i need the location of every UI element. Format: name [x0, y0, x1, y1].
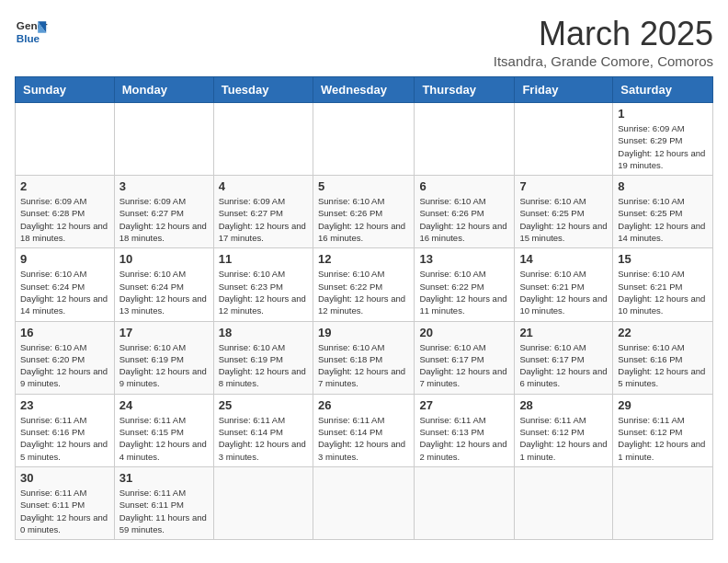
day-number: 15: [618, 252, 708, 266]
day-info: Sunrise: 6:10 AM Sunset: 6:17 PM Dayligh…: [519, 341, 608, 390]
day-info: Sunrise: 6:10 AM Sunset: 6:24 PM Dayligh…: [119, 268, 209, 316]
day-number: 4: [219, 179, 308, 193]
day-info: Sunrise: 6:11 AM Sunset: 6:14 PM Dayligh…: [318, 414, 409, 463]
calendar-week-row: 23Sunrise: 6:11 AM Sunset: 6:16 PM Dayli…: [16, 394, 713, 466]
day-number: 20: [419, 326, 509, 339]
calendar-cell: 10Sunrise: 6:10 AM Sunset: 6:24 PM Dayli…: [114, 248, 213, 321]
weekday-header: Sunday: [16, 77, 115, 103]
title-section: March 2025 Itsandra, Grande Comore, Como…: [494, 15, 713, 69]
calendar-cell: 7Sunrise: 6:10 AM Sunset: 6:25 PM Daylig…: [515, 176, 613, 248]
day-info: Sunrise: 6:10 AM Sunset: 6:16 PM Dayligh…: [618, 341, 708, 390]
calendar-cell: 20Sunrise: 6:10 AM Sunset: 6:17 PM Dayli…: [415, 321, 515, 394]
calendar-cell: [515, 466, 613, 539]
day-info: Sunrise: 6:11 AM Sunset: 6:11 PM Dayligh…: [20, 487, 109, 535]
day-number: 28: [519, 398, 608, 412]
day-info: Sunrise: 6:09 AM Sunset: 6:28 PM Dayligh…: [20, 195, 109, 244]
day-info: Sunrise: 6:10 AM Sunset: 6:21 PM Dayligh…: [519, 268, 608, 316]
day-number: 7: [519, 179, 608, 193]
weekday-header: Wednesday: [313, 77, 414, 103]
weekday-header: Friday: [515, 77, 613, 103]
calendar-cell: [16, 103, 115, 176]
day-info: Sunrise: 6:10 AM Sunset: 6:19 PM Dayligh…: [219, 341, 308, 390]
calendar-cell: [313, 466, 414, 539]
calendar-cell: 16Sunrise: 6:10 AM Sunset: 6:20 PM Dayli…: [16, 321, 115, 394]
day-info: Sunrise: 6:10 AM Sunset: 6:22 PM Dayligh…: [419, 268, 509, 316]
day-info: Sunrise: 6:09 AM Sunset: 6:27 PM Dayligh…: [219, 195, 308, 244]
calendar-week-row: 2Sunrise: 6:09 AM Sunset: 6:28 PM Daylig…: [16, 176, 713, 248]
day-info: Sunrise: 6:10 AM Sunset: 6:24 PM Dayligh…: [20, 268, 109, 316]
calendar-header-row: SundayMondayTuesdayWednesdayThursdayFrid…: [16, 77, 713, 103]
svg-text:Blue: Blue: [17, 32, 40, 44]
calendar-cell: 26Sunrise: 6:11 AM Sunset: 6:14 PM Dayli…: [313, 394, 414, 466]
day-number: 3: [119, 179, 209, 193]
day-info: Sunrise: 6:11 AM Sunset: 6:11 PM Dayligh…: [119, 487, 209, 535]
day-info: Sunrise: 6:10 AM Sunset: 6:26 PM Dayligh…: [318, 195, 409, 244]
calendar-cell: 17Sunrise: 6:10 AM Sunset: 6:19 PM Dayli…: [114, 321, 213, 394]
calendar-cell: 8Sunrise: 6:10 AM Sunset: 6:25 PM Daylig…: [613, 176, 713, 248]
weekday-header: Thursday: [415, 77, 515, 103]
day-number: 10: [119, 252, 209, 266]
day-number: 1: [618, 107, 708, 121]
day-info: Sunrise: 6:11 AM Sunset: 6:14 PM Dayligh…: [219, 414, 308, 463]
day-info: Sunrise: 6:10 AM Sunset: 6:18 PM Dayligh…: [318, 341, 409, 390]
day-number: 29: [618, 398, 708, 412]
month-title: March 2025: [494, 15, 713, 53]
calendar-cell: 14Sunrise: 6:10 AM Sunset: 6:21 PM Dayli…: [515, 248, 613, 321]
day-info: Sunrise: 6:10 AM Sunset: 6:26 PM Dayligh…: [419, 195, 509, 244]
calendar-cell: 31Sunrise: 6:11 AM Sunset: 6:11 PM Dayli…: [114, 466, 213, 539]
logo-icon: General Blue: [15, 15, 48, 48]
calendar-cell: [613, 466, 713, 539]
calendar-cell: 18Sunrise: 6:10 AM Sunset: 6:19 PM Dayli…: [213, 321, 313, 394]
weekday-header: Saturday: [613, 77, 713, 103]
calendar-week-row: 16Sunrise: 6:10 AM Sunset: 6:20 PM Dayli…: [16, 321, 713, 394]
day-info: Sunrise: 6:11 AM Sunset: 6:16 PM Dayligh…: [20, 414, 109, 463]
calendar-cell: 22Sunrise: 6:10 AM Sunset: 6:16 PM Dayli…: [613, 321, 713, 394]
day-number: 24: [119, 398, 209, 412]
calendar-cell: 30Sunrise: 6:11 AM Sunset: 6:11 PM Dayli…: [16, 466, 115, 539]
calendar-cell: [515, 103, 613, 176]
page-header: General Blue March 2025 Itsandra, Grande…: [15, 15, 713, 69]
day-number: 2: [20, 179, 109, 193]
calendar-cell: 27Sunrise: 6:11 AM Sunset: 6:13 PM Dayli…: [415, 394, 515, 466]
calendar-cell: 6Sunrise: 6:10 AM Sunset: 6:26 PM Daylig…: [415, 176, 515, 248]
day-number: 13: [419, 252, 509, 266]
calendar-table: SundayMondayTuesdayWednesdayThursdayFrid…: [15, 76, 713, 540]
day-number: 31: [119, 471, 209, 485]
day-number: 9: [20, 252, 109, 266]
calendar-cell: 3Sunrise: 6:09 AM Sunset: 6:27 PM Daylig…: [114, 176, 213, 248]
calendar-cell: 29Sunrise: 6:11 AM Sunset: 6:12 PM Dayli…: [613, 394, 713, 466]
calendar-week-row: 30Sunrise: 6:11 AM Sunset: 6:11 PM Dayli…: [16, 466, 713, 539]
calendar-cell: 4Sunrise: 6:09 AM Sunset: 6:27 PM Daylig…: [213, 176, 313, 248]
calendar-cell: 13Sunrise: 6:10 AM Sunset: 6:22 PM Dayli…: [415, 248, 515, 321]
calendar-cell: 24Sunrise: 6:11 AM Sunset: 6:15 PM Dayli…: [114, 394, 213, 466]
calendar-cell: 9Sunrise: 6:10 AM Sunset: 6:24 PM Daylig…: [16, 248, 115, 321]
calendar-cell: 15Sunrise: 6:10 AM Sunset: 6:21 PM Dayli…: [613, 248, 713, 321]
calendar-cell: 19Sunrise: 6:10 AM Sunset: 6:18 PM Dayli…: [313, 321, 414, 394]
day-info: Sunrise: 6:10 AM Sunset: 6:21 PM Dayligh…: [618, 268, 708, 316]
calendar-cell: 11Sunrise: 6:10 AM Sunset: 6:23 PM Dayli…: [213, 248, 313, 321]
day-info: Sunrise: 6:10 AM Sunset: 6:23 PM Dayligh…: [219, 268, 308, 316]
calendar-cell: 28Sunrise: 6:11 AM Sunset: 6:12 PM Dayli…: [515, 394, 613, 466]
day-info: Sunrise: 6:11 AM Sunset: 6:13 PM Dayligh…: [419, 414, 509, 463]
logo: General Blue: [15, 15, 48, 48]
calendar-cell: 12Sunrise: 6:10 AM Sunset: 6:22 PM Dayli…: [313, 248, 414, 321]
calendar-cell: [213, 466, 313, 539]
day-number: 6: [419, 179, 509, 193]
day-info: Sunrise: 6:11 AM Sunset: 6:12 PM Dayligh…: [618, 414, 708, 463]
day-info: Sunrise: 6:10 AM Sunset: 6:25 PM Dayligh…: [519, 195, 608, 244]
day-info: Sunrise: 6:11 AM Sunset: 6:15 PM Dayligh…: [119, 414, 209, 463]
calendar-cell: 21Sunrise: 6:10 AM Sunset: 6:17 PM Dayli…: [515, 321, 613, 394]
day-number: 27: [419, 398, 509, 412]
day-number: 21: [519, 326, 608, 339]
day-number: 12: [318, 252, 409, 266]
calendar-cell: 2Sunrise: 6:09 AM Sunset: 6:28 PM Daylig…: [16, 176, 115, 248]
day-info: Sunrise: 6:09 AM Sunset: 6:27 PM Dayligh…: [119, 195, 209, 244]
day-number: 8: [618, 179, 708, 193]
calendar-cell: 5Sunrise: 6:10 AM Sunset: 6:26 PM Daylig…: [313, 176, 414, 248]
day-number: 22: [618, 326, 708, 339]
calendar-cell: [415, 103, 515, 176]
day-number: 16: [20, 326, 109, 339]
calendar-cell: [213, 103, 313, 176]
day-info: Sunrise: 6:10 AM Sunset: 6:20 PM Dayligh…: [20, 341, 109, 390]
day-number: 5: [318, 179, 409, 193]
